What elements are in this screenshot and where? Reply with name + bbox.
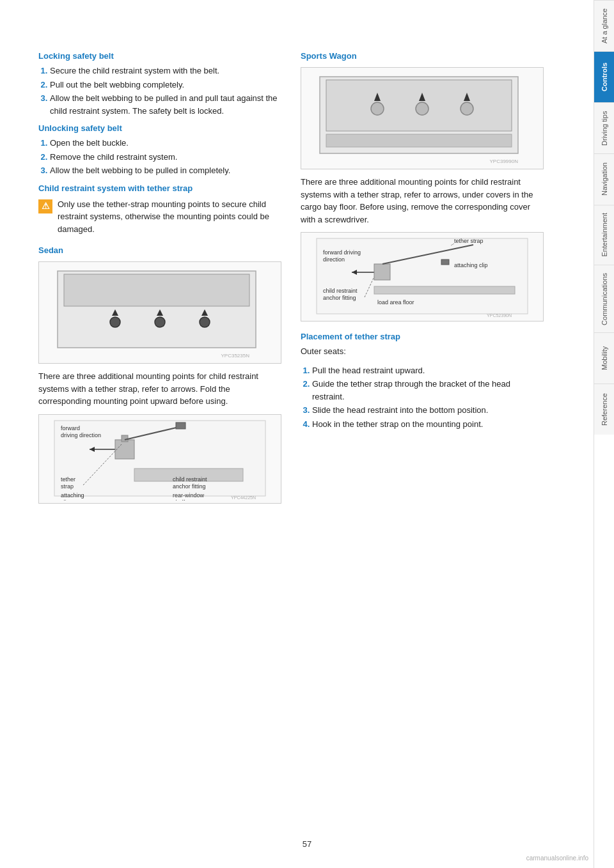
page-number: 57 — [303, 839, 311, 849]
svg-rect-50 — [374, 286, 515, 294]
sports-wagon-desc: There are three additional mounting poin… — [301, 176, 544, 226]
svg-text:YPC52390N: YPC52390N — [487, 313, 512, 318]
svg-text:rear-window: rear-window — [173, 492, 205, 499]
svg-text:attaching clip: attaching clip — [454, 262, 488, 268]
locking-safety-belt-section: Locking safety belt Secure the child res… — [38, 51, 281, 117]
svg-text:attaching: attaching — [61, 492, 84, 499]
svg-rect-15 — [122, 435, 128, 442]
unlocking-safety-belt-heading: Unlocking safety belt — [38, 123, 281, 133]
locking-safety-belt-heading: Locking safety belt — [38, 51, 281, 61]
locking-step-1: Secure the child restraint system with t… — [50, 65, 281, 77]
warning-text: Only use the tether-strap mounting point… — [58, 198, 281, 236]
svg-rect-1 — [64, 274, 249, 306]
sidebar-tab-controls[interactable]: Controls — [594, 51, 614, 102]
locking-step-3: Allow the belt webbing to be pulled in a… — [50, 92, 281, 117]
unlocking-safety-belt-section: Unlocking safety belt Open the belt buck… — [38, 123, 281, 177]
svg-rect-14 — [115, 440, 134, 459]
svg-point-4 — [200, 317, 210, 327]
unlocking-step-3: Allow the belt webbing to be pulled in c… — [50, 164, 281, 177]
child-restraint-tether-section: Child restraint system with tether strap… — [38, 183, 281, 504]
watermark: carmanualsonline.info — [526, 855, 588, 862]
sports-wagon-section: Sports Wagon — [301, 51, 544, 322]
svg-text:tether: tether — [61, 476, 75, 483]
left-column: Locking safety belt Secure the child res… — [38, 51, 281, 830]
sedan-detail-svg: forward driving direction — [51, 417, 269, 500]
svg-rect-17 — [176, 422, 185, 429]
sports-wagon-svg: YPC39990N — [313, 70, 531, 166]
unlocking-step-2: Remove the child restraint system. — [50, 151, 281, 164]
placement-step-3: Slide the head restraint into the bottom… — [312, 404, 544, 417]
sedan-diagram-svg: YPC35235N — [51, 265, 269, 360]
svg-text:YPC39990N: YPC39990N — [490, 159, 519, 164]
svg-rect-37 — [326, 134, 512, 147]
placement-tether-strap-heading: Placement of tether strap — [301, 332, 544, 341]
svg-text:child restraint: child restraint — [173, 476, 207, 483]
sidebar-tab-at-a-glance[interactable]: At a glance — [594, 0, 614, 51]
sedan-detail-diagram: forward driving direction — [38, 414, 281, 504]
svg-text:driving direction: driving direction — [61, 432, 101, 438]
svg-text:shelf: shelf — [173, 499, 185, 500]
sedan-heading: Sedan — [38, 245, 281, 255]
sidebar-tab-mobility[interactable]: Mobility — [594, 332, 614, 384]
sidebar-tab-reference[interactable]: Reference — [594, 384, 614, 435]
svg-text:YPC44225N: YPC44225N — [231, 495, 256, 500]
svg-point-2 — [110, 317, 120, 327]
sidebar-tab-driving-tips[interactable]: Driving tips — [594, 102, 614, 153]
svg-text:anchor fitting: anchor fitting — [173, 483, 206, 490]
sports-wagon-heading: Sports Wagon — [301, 51, 544, 61]
sidebar: At a glance Controls Driving tips Naviga… — [594, 0, 614, 868]
locking-steps-list: Secure the child restraint system with t… — [38, 65, 281, 117]
svg-text:forward driving: forward driving — [323, 249, 361, 256]
page-container: Locking safety belt Secure the child res… — [0, 0, 614, 868]
svg-text:clip: clip — [61, 499, 70, 500]
outer-seats-label: Outer seats: — [301, 345, 544, 358]
warning-icon: ⚠ — [38, 199, 52, 213]
sedan-diagram: YPC35235N — [38, 261, 281, 364]
svg-text:direction: direction — [323, 256, 345, 263]
sedan-desc: There are three additional mounting poin… — [38, 370, 281, 408]
locking-step-2: Pull out the belt webbing completely. — [50, 79, 281, 91]
sports-wagon-diagram: YPC39990N — [301, 67, 544, 169]
svg-point-31 — [371, 102, 384, 115]
svg-text:anchor fitting: anchor fitting — [323, 295, 356, 301]
child-restraint-tether-heading: Child restraint system with tether strap — [38, 183, 281, 193]
warning-box: ⚠ Only use the tether-strap mounting poi… — [38, 198, 281, 236]
sidebar-tab-navigation[interactable]: Navigation — [594, 153, 614, 205]
right-column: Sports Wagon — [301, 51, 544, 830]
svg-text:tether strap: tether strap — [454, 238, 484, 244]
sports-wagon-detail-diagram: forward driving direction tether strap — [301, 232, 544, 322]
svg-rect-49 — [441, 260, 449, 265]
svg-text:strap: strap — [61, 483, 74, 490]
svg-text:YPC35235N: YPC35235N — [221, 353, 250, 359]
svg-point-32 — [416, 102, 429, 115]
sports-wagon-detail-svg: forward driving direction tether strap — [313, 235, 531, 318]
placement-steps-list: Pull the head restraint upward. Guide th… — [301, 364, 544, 431]
placement-step-4: Hook in the tether strap on the mounting… — [312, 418, 544, 431]
main-content: Locking safety belt Secure the child res… — [0, 0, 594, 868]
svg-text:load area floor: load area floor — [377, 299, 414, 306]
placement-step-1: Pull the head restraint upward. — [312, 364, 544, 377]
placement-tether-strap-section: Placement of tether strap Outer seats: P… — [301, 332, 544, 430]
placement-step-2: Guide the tether strap through the brack… — [312, 378, 544, 403]
sidebar-tab-entertainment[interactable]: Entertainment — [594, 205, 614, 264]
unlocking-steps-list: Open the belt buckle. Remove the child r… — [38, 137, 281, 177]
svg-point-33 — [460, 102, 473, 115]
svg-point-3 — [155, 317, 165, 327]
svg-text:child restraint: child restraint — [323, 288, 358, 294]
svg-text:forward: forward — [61, 425, 80, 431]
svg-rect-44 — [374, 264, 390, 280]
unlocking-step-1: Open the belt buckle. — [50, 137, 281, 150]
sidebar-tab-communications[interactable]: Communications — [594, 265, 614, 333]
